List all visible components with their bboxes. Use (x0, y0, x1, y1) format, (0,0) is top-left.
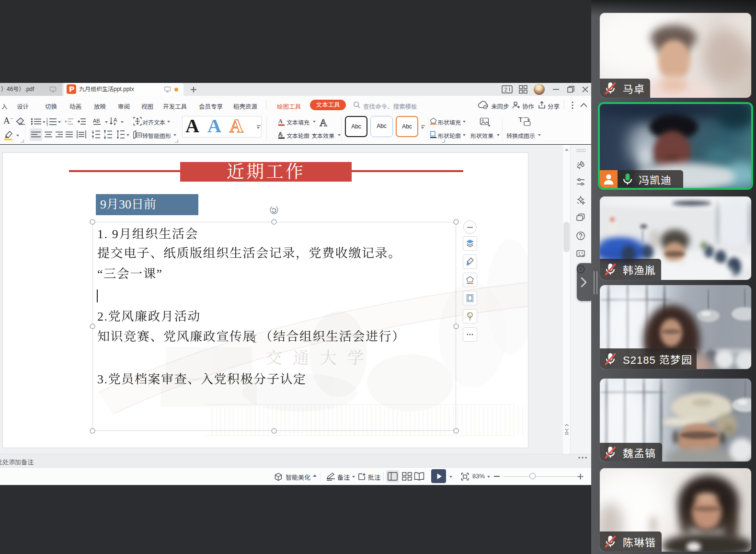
svg-text:2: 2 (504, 87, 507, 92)
svg-text:3: 3 (46, 123, 48, 126)
svg-text:A: A (114, 117, 117, 123)
svg-text:AB: AB (93, 118, 100, 124)
